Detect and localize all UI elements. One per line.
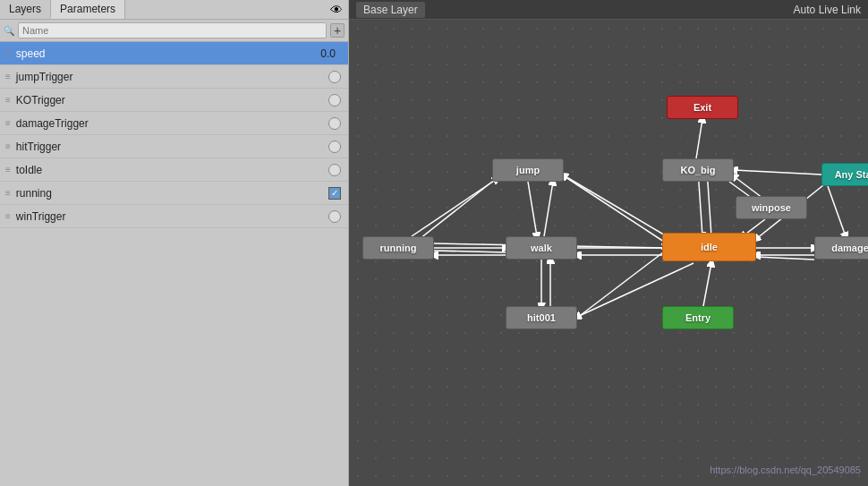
node-idle[interactable]: idle: [662, 233, 756, 261]
node-running-label: running: [380, 243, 417, 253]
drag-handle-damageTrigger: ≡: [5, 118, 11, 128]
radio-hitTrigger[interactable]: [328, 141, 341, 153]
svg-line-22: [734, 170, 821, 175]
node-hit001-label: hit001: [527, 312, 556, 323]
svg-line-26: [696, 119, 702, 158]
node-damage[interactable]: damage: [814, 236, 868, 260]
param-control-jumpTrigger[interactable]: [327, 69, 343, 85]
node-idle-label: idle: [701, 242, 718, 252]
radio-damageTrigger[interactable]: [328, 117, 341, 130]
svg-line-29: [416, 182, 492, 242]
node-entry-label: Entry: [685, 312, 711, 323]
svg-line-8: [528, 182, 537, 236]
drag-handle-jumpTrigger: ≡: [5, 72, 11, 81]
param-name-hitTrigger: hitTrigger: [16, 141, 327, 153]
node-entry[interactable]: Entry: [662, 306, 734, 329]
node-any-state[interactable]: Any State: [821, 163, 868, 186]
param-control-toIdle[interactable]: [327, 162, 343, 178]
node-ko-big-label: KO_big: [680, 165, 715, 175]
node-ko-big[interactable]: KO_big: [662, 158, 734, 182]
param-name-toIdle: toIdle: [16, 164, 327, 176]
node-winpose[interactable]: winpose: [736, 196, 807, 219]
node-walk[interactable]: walk: [506, 236, 577, 260]
tabs-row: Layers Parameters 👁: [0, 0, 348, 20]
radio-KOTrigger[interactable]: [328, 94, 341, 107]
drag-handle-speed: ≡: [5, 48, 11, 58]
param-row-jumpTrigger[interactable]: ≡ jumpTrigger: [0, 65, 348, 89]
left-panel: Layers Parameters 👁 🔍 + ≡ speed 0.0 ≡ ju…: [0, 0, 349, 486]
right-panel: Base Layer Auto Live Link: [349, 0, 868, 486]
tab-layers[interactable]: Layers: [0, 0, 51, 19]
param-row-speed[interactable]: ≡ speed 0.0: [0, 42, 348, 65]
radio-jumpTrigger[interactable]: [328, 71, 341, 83]
add-param-button[interactable]: +: [330, 23, 345, 38]
eye-icon[interactable]: 👁: [325, 0, 348, 19]
node-running[interactable]: running: [362, 236, 434, 260]
graph-canvas[interactable]: Exit Any State jump KO_big winpose runni…: [349, 20, 868, 486]
svg-line-28: [412, 179, 497, 236]
node-jump[interactable]: jump: [492, 158, 564, 182]
node-exit[interactable]: Exit: [667, 96, 738, 119]
node-hit001[interactable]: hit001: [506, 306, 577, 329]
radio-winTrigger[interactable]: [328, 210, 341, 223]
svg-line-21: [828, 186, 846, 236]
param-name-speed: speed: [16, 47, 320, 60]
param-value-speed: 0.0: [320, 47, 336, 60]
drag-handle-KOTrigger: ≡: [5, 95, 11, 105]
node-walk-label: walk: [531, 243, 552, 253]
main-container: Layers Parameters 👁 🔍 + ≡ speed 0.0 ≡ ju…: [0, 0, 868, 486]
param-row-hitTrigger[interactable]: ≡ hitTrigger: [0, 135, 348, 158]
node-damage-label: damage: [831, 243, 868, 253]
param-control-hitTrigger[interactable]: [327, 139, 343, 155]
svg-line-16: [577, 250, 667, 318]
auto-live-link-button[interactable]: Auto Live Link: [794, 4, 861, 16]
param-name-winTrigger: winTrigger: [16, 210, 327, 223]
search-input[interactable]: [18, 22, 327, 38]
node-any-state-label: Any State: [835, 169, 868, 180]
tab-parameters[interactable]: Parameters: [51, 0, 125, 19]
search-icon: 🔍: [4, 26, 14, 36]
graph-header: Base Layer Auto Live Link: [349, 0, 868, 20]
param-name-jumpTrigger: jumpTrigger: [16, 71, 327, 83]
drag-handle-hitTrigger: ≡: [5, 141, 11, 151]
param-row-toIdle[interactable]: ≡ toIdle: [0, 158, 348, 182]
node-winpose-label: winpose: [752, 202, 791, 213]
svg-line-10: [555, 170, 667, 243]
param-row-winTrigger[interactable]: ≡ winTrigger: [0, 205, 348, 228]
svg-line-9: [544, 182, 553, 236]
param-name-KOTrigger: KOTrigger: [16, 94, 327, 107]
svg-line-30: [756, 257, 814, 260]
drag-handle-running: ≡: [5, 188, 11, 198]
node-jump-label: jump: [516, 165, 540, 175]
param-row-running[interactable]: ≡ running: [0, 182, 348, 205]
drag-handle-toIdle: ≡: [5, 165, 11, 175]
radio-toIdle[interactable]: [328, 164, 341, 176]
param-control-winTrigger[interactable]: [327, 209, 343, 225]
param-name-running: running: [16, 187, 327, 200]
node-exit-label: Exit: [694, 102, 711, 113]
svg-line-27: [702, 263, 711, 311]
param-row-damageTrigger[interactable]: ≡ damageTrigger: [0, 112, 348, 135]
param-row-KOTrigger[interactable]: ≡ KOTrigger: [0, 89, 348, 112]
params-list: ≡ speed 0.0 ≡ jumpTrigger ≡ KOTrigger: [0, 42, 348, 486]
svg-line-13: [434, 251, 506, 252]
svg-line-11: [564, 175, 667, 236]
search-row: 🔍 +: [0, 20, 348, 42]
param-control-damageTrigger[interactable]: [327, 115, 343, 132]
param-control-running[interactable]: [327, 185, 343, 201]
param-control-KOTrigger[interactable]: [327, 92, 343, 108]
param-name-damageTrigger: damageTrigger: [16, 117, 327, 130]
watermark: https://blog.csdn.net/qq_20549085: [710, 465, 861, 475]
breadcrumb[interactable]: Base Layer: [356, 2, 425, 18]
checkbox-running[interactable]: [328, 187, 341, 200]
drag-handle-winTrigger: ≡: [5, 211, 11, 221]
